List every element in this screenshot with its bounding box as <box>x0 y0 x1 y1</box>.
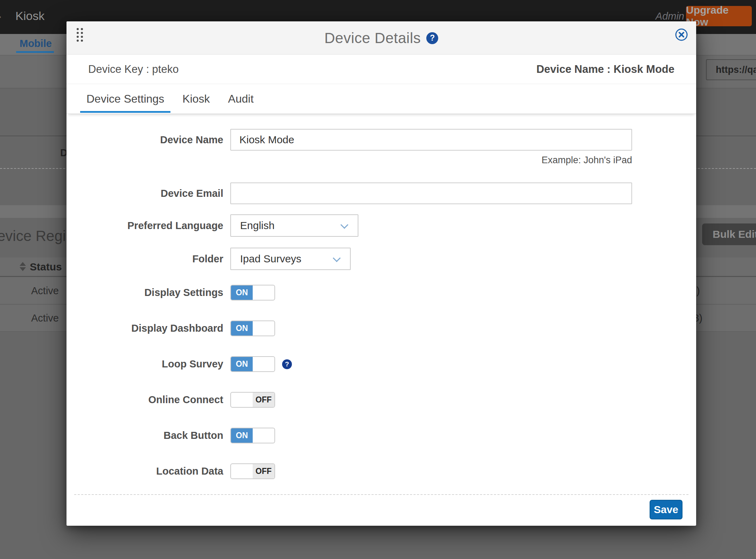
page: › Kiosk Admin Upgrade Now Mobile https:/… <box>0 0 756 559</box>
loop-survey-row: Loop Survey ON ? <box>66 356 696 372</box>
device-email-row: Device Email <box>66 182 696 204</box>
breadcrumb-chevron-icon: › <box>0 10 1 23</box>
device-key-label: Device Key : pteko <box>88 63 178 76</box>
tab-audit[interactable]: Audit <box>222 84 260 113</box>
display-dashboard-toggle[interactable]: ON <box>230 320 275 336</box>
device-name-field-label: Device Name <box>66 134 230 146</box>
tab-kiosk[interactable]: Kiosk <box>176 84 216 113</box>
folder-field-label: Folder <box>66 253 230 265</box>
page-title: Kiosk <box>15 9 44 23</box>
online-connect-toggle[interactable]: OFF <box>230 392 275 408</box>
app-url-field[interactable]: https://qa.q <box>706 59 756 80</box>
modal-footer: Save <box>74 494 688 526</box>
modal-header: Device Details ? <box>66 21 696 55</box>
back-button-toggle[interactable]: ON <box>230 428 275 443</box>
location-data-label: Location Data <box>66 465 230 477</box>
close-icon[interactable] <box>675 28 688 41</box>
save-button[interactable]: Save <box>650 500 682 519</box>
sort-icon[interactable] <box>20 262 26 271</box>
row-fragment: ) <box>696 277 700 304</box>
device-name-row: Device Name <box>66 129 696 151</box>
mobile-tab-underline <box>16 51 54 53</box>
preferred-language-row: Preferred Language English <box>66 214 696 237</box>
folder-select[interactable]: Ipad Surveys <box>230 248 351 270</box>
tab-mobile[interactable]: Mobile <box>20 38 52 49</box>
display-settings-row: Display Settings ON <box>66 285 696 301</box>
modal-title: Device Details <box>324 30 421 47</box>
online-connect-row: Online Connect OFF <box>66 392 696 408</box>
drag-handle-icon[interactable] <box>77 28 83 42</box>
display-dashboard-label: Display Dashboard <box>66 323 230 334</box>
chevron-down-icon <box>333 254 341 262</box>
device-email-input[interactable] <box>230 182 632 204</box>
tab-device-settings[interactable]: Device Settings <box>80 84 170 113</box>
device-name-hint: Example: John's iPad <box>230 155 632 166</box>
bulk-edit-devices-button[interactable]: Bulk Edit Dev <box>702 223 756 245</box>
device-email-field-label: Device Email <box>66 188 230 199</box>
loop-survey-help-icon[interactable]: ? <box>282 359 292 369</box>
device-name-label: Device Name : Kiosk Mode <box>536 63 674 76</box>
back-button-row: Back Button ON <box>66 428 696 443</box>
folder-row: Folder Ipad Surveys <box>66 248 696 270</box>
loop-survey-label: Loop Survey <box>66 358 230 370</box>
folder-value: Ipad Surveys <box>240 253 301 265</box>
display-dashboard-row: Display Dashboard ON <box>66 320 696 336</box>
modal-tabs: Device Settings Kiosk Audit <box>66 84 696 114</box>
help-icon[interactable]: ? <box>426 32 438 44</box>
preferred-language-field-label: Preferred Language <box>66 220 230 232</box>
status-column-header[interactable]: Status <box>30 257 62 276</box>
chevron-down-icon <box>341 221 349 229</box>
location-data-row: Location Data OFF <box>66 463 696 479</box>
status-cell: Active <box>31 277 59 304</box>
preferred-language-select[interactable]: English <box>230 214 358 237</box>
device-name-input[interactable] <box>230 129 632 151</box>
display-settings-label: Display Settings <box>66 287 230 298</box>
loop-survey-toggle[interactable]: ON <box>230 356 275 372</box>
device-details-modal: Device Details ? Device Key : pteko Devi… <box>66 21 696 526</box>
location-data-toggle[interactable]: OFF <box>230 463 275 479</box>
display-settings-toggle[interactable]: ON <box>230 285 275 301</box>
status-cell: Active <box>31 305 59 331</box>
back-button-label: Back Button <box>66 430 230 441</box>
device-meta-row: Device Key : pteko Device Name : Kiosk M… <box>66 55 696 84</box>
admin-label: Admin <box>656 11 684 22</box>
online-connect-label: Online Connect <box>66 394 230 406</box>
preferred-language-value: English <box>240 220 274 232</box>
